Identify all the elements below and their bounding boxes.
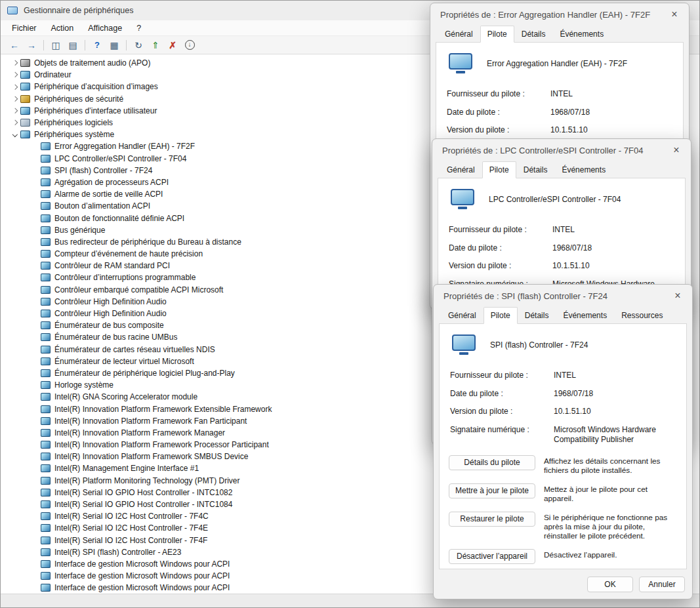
field-value: 10.1.51.10 (552, 261, 674, 272)
menu-item[interactable]: ? (129, 22, 148, 34)
field-label: Date du pilote : (449, 243, 547, 254)
uninstall-device-icon[interactable]: ✗ (165, 38, 180, 52)
device-name: LPC Controller/eSPI Controller - 7F04 (489, 195, 621, 204)
disable-device-icon[interactable]: ↓ (182, 38, 197, 52)
ok-button[interactable]: OK (587, 577, 633, 592)
field-value: 1968/07/18 (554, 389, 676, 399)
update-driver-icon[interactable]: ⇑ (148, 38, 163, 52)
tab-evenements[interactable]: Événements (556, 307, 614, 324)
chevron-right-icon[interactable] (9, 97, 20, 101)
driver-action-description: Si le périphérique ne fonctionne pas apr… (544, 512, 677, 541)
tab-general[interactable]: Général (441, 307, 484, 324)
tab-ressources[interactable]: Ressources (614, 307, 670, 324)
system-device-icon (41, 310, 51, 317)
system-device-icon (41, 155, 51, 163)
field-label: Fournisseur du pilote : (449, 225, 547, 235)
menu-affichage[interactable]: Affichage (81, 22, 129, 34)
restaurer-le-pilote-button[interactable]: Restaurer le pilote (449, 512, 535, 527)
system-device-icon (41, 238, 51, 246)
driver-action-description: Mettez à jour le pilote pour cet apparei… (544, 483, 677, 504)
tree-item-label: Intel(R) SPI (flash) Controller - AE23 (54, 548, 181, 557)
tab-details[interactable]: Détails (514, 26, 553, 43)
console-tree-icon[interactable]: ◫ (49, 38, 63, 52)
field-value: 10.1.51.10 (550, 125, 672, 136)
tree-item-label: SPI (flash) Controller - 7F24 (54, 166, 152, 175)
driver-action-description: Affichez les détails concernant les fich… (544, 455, 677, 476)
system-device-icon (41, 369, 51, 377)
system-device-icon (41, 190, 51, 198)
device-name: SPI (flash) Controller - 7F24 (490, 340, 588, 350)
device-header: LPC Controller/eSPI Controller - 7F04 (447, 185, 676, 221)
system-device-icon (41, 489, 51, 497)
system-device-icon (41, 405, 51, 413)
system-device-icon (41, 250, 51, 258)
properties-dialog-spi: Propriétés de : SPI (flash) Controller -… (433, 284, 693, 599)
driver-action-row: Désactiver l’appareilDésactivez l’appare… (449, 549, 677, 564)
chevron-right-icon[interactable] (9, 85, 20, 89)
imaging-devices-icon (20, 83, 30, 91)
tree-item-label: Contrôleur d’interruptions programmable (54, 273, 196, 282)
close-icon[interactable]: × (667, 142, 686, 158)
toolbar-separator (126, 40, 127, 51)
tab-evenements[interactable]: Événements (552, 26, 611, 43)
tab-pilote[interactable]: Pilote (480, 26, 514, 43)
back-icon[interactable]: ← (7, 38, 22, 52)
system-device-icon (41, 214, 51, 222)
field-value: 1968/07/18 (550, 108, 672, 118)
close-icon[interactable]: × (669, 288, 687, 304)
dialog-title: Propriétés de : Error Aggregation Handle… (440, 10, 650, 20)
desactiver-l-appareil-button[interactable]: Désactiver l’appareil (449, 549, 535, 564)
hid-devices-icon (20, 107, 30, 115)
system-device-icon (41, 441, 51, 449)
chevron-down-icon[interactable] (9, 132, 20, 136)
tree-item-label: Intel(R) Platform Monitoring Technology … (54, 476, 240, 485)
system-device-icon (41, 477, 51, 485)
tab-evenements[interactable]: Événements (554, 161, 613, 178)
menu-action[interactable]: Action (44, 22, 81, 34)
forward-icon[interactable]: → (24, 38, 39, 52)
driver-fields: Fournisseur du pilote :INTELDate du pilo… (449, 367, 677, 447)
tab-details[interactable]: Détails (518, 307, 556, 324)
tree-item-label: Périphérique d’acquisition d’images (34, 82, 158, 91)
chevron-right-icon[interactable] (9, 121, 20, 125)
system-device-icon (41, 357, 51, 365)
tree-item-label: Intel(R) Management Engine Interface #1 (54, 464, 199, 473)
system-device-icon (41, 537, 51, 544)
driver-tab-page: SPI (flash) Controller - 7F24 Fournisseu… (439, 323, 687, 569)
export-list-icon[interactable]: ▤ (66, 38, 80, 52)
field-label: Date du pilote : (450, 389, 548, 399)
tree-item-label: Bus redirecteur de périphérique du Burea… (54, 237, 241, 247)
field-label: Version du pilote : (449, 261, 547, 272)
window-title: Gestionnaire de périphériques (24, 6, 133, 15)
close-icon[interactable]: × (665, 7, 684, 22)
tree-item-label: Contrôleur embarqué compatible ACPI Micr… (54, 285, 223, 294)
system-device-icon (41, 524, 51, 532)
tree-item-label: Énumérateur de cartes réseau virtuelles … (54, 345, 215, 354)
tab-bar: GénéralPiloteDétailsÉvénementsRessources (434, 307, 692, 323)
chevron-right-icon[interactable] (9, 109, 20, 113)
tab-pilote[interactable]: Pilote (484, 307, 518, 324)
cancel-button[interactable]: Annuler (639, 577, 685, 592)
tab-general[interactable]: Général (438, 26, 480, 43)
system-device-icon (41, 262, 51, 270)
tab-pilote[interactable]: Pilote (482, 161, 516, 178)
field-label: Version du pilote : (450, 407, 548, 417)
details-du-pilote-button[interactable]: Détails du pilote (449, 455, 535, 470)
properties-icon[interactable]: ▦ (107, 38, 121, 52)
help-icon[interactable]: ? (90, 38, 104, 52)
scan-hardware-changes-icon[interactable]: ↻ (131, 38, 146, 52)
chevron-right-icon[interactable] (9, 61, 20, 65)
tree-item-label: Intel(R) Innovation Platform Framework P… (54, 440, 269, 449)
tab-general[interactable]: Général (440, 161, 482, 178)
tree-item-label: Contrôleur High Definition Audio (54, 309, 167, 318)
tree-item-label: Périphériques de sécurité (34, 94, 123, 104)
menu-fichier[interactable]: Fichier (5, 22, 44, 34)
tree-item-label: Énumérateur de bus racine UMBus (54, 333, 177, 342)
mettre-a-jour-le-pilote-button[interactable]: Mettre à jour le pilote (449, 483, 535, 498)
dialog-title: Propriétés de : LPC Controller/eSPI Cont… (442, 146, 643, 155)
tab-details[interactable]: Détails (516, 161, 555, 178)
field-label: Fournisseur du pilote : (450, 371, 548, 381)
chevron-right-icon[interactable] (9, 73, 20, 77)
field-value: Microsoft Windows Hardware Compatibility… (554, 425, 676, 445)
dialog-title: Propriétés de : SPI (flash) Controller -… (443, 291, 607, 301)
